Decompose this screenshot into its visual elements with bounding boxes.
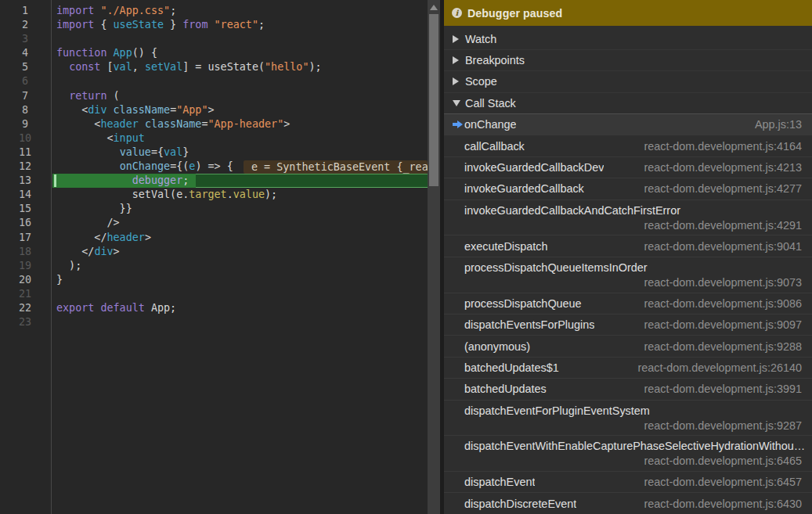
code-line-22[interactable]: export default App;	[52, 301, 428, 315]
section-label: Breakpoints	[465, 54, 525, 66]
line-number-16[interactable]: 16	[0, 216, 50, 230]
frame-function-name: processDispatchQueue	[464, 297, 582, 310]
frame-location: react-dom.development.js:4213	[644, 161, 802, 174]
chevron-collapsed-icon[interactable]	[453, 56, 460, 64]
frame-function-name: executeDispatch	[464, 240, 547, 253]
sidebar-section-scope[interactable]: Scope	[444, 70, 812, 92]
code-line-9[interactable]: <header className="App-header">	[52, 117, 428, 131]
call-stack-frame[interactable]: processDispatchQueuereact-dom.developmen…	[444, 293, 812, 315]
code-line-21[interactable]	[52, 287, 428, 301]
debugger-paused-banner: i Debugger paused	[444, 0, 812, 26]
code-line-15[interactable]: }}	[52, 202, 428, 216]
frame-location: react-dom.development.js:6465	[464, 454, 802, 469]
code-line-12[interactable]: onChange={(e) => {e = SyntheticBaseEvent…	[52, 160, 428, 174]
frame-function-name: dispatchEventWithEnableCapturePhaseSelec…	[464, 436, 809, 454]
code-line-20[interactable]: }	[52, 273, 428, 287]
call-stack-frame[interactable]: (anonymous)react-dom.development.js:9288	[444, 336, 812, 357]
call-stack-frame[interactable]: invokeGuardedCallbackDevreact-dom.develo…	[444, 157, 812, 178]
call-stack-frame[interactable]: dispatchEventForPluginEventSystemreact-d…	[444, 401, 812, 437]
line-number-10[interactable]: 10	[0, 131, 50, 146]
frame-location: react-dom.development.js:4277	[644, 182, 802, 195]
line-number-13[interactable]: 13	[0, 174, 50, 188]
line-number-12[interactable]: 12	[0, 160, 50, 174]
section-label: Call Stack	[465, 97, 516, 110]
code-line-2[interactable]: import { useState } from "react";	[52, 18, 428, 32]
line-number-11[interactable]: 11	[0, 146, 50, 160]
call-stack-frame[interactable]: onChangeApp.js:13	[444, 114, 812, 135]
line-number-21[interactable]: 21	[0, 287, 50, 301]
line-number-4[interactable]: 4	[0, 46, 50, 60]
inline-eval-value: e = SyntheticBaseEvent {_reactName: 'onC…	[244, 160, 428, 174]
code-line-10[interactable]: <input	[52, 131, 428, 146]
frame-location: react-dom.development.js:9041	[644, 240, 802, 253]
call-stack-frame[interactable]: dispatchDiscreteEventreact-dom.developme…	[444, 493, 812, 514]
line-number-2[interactable]: 2	[0, 18, 50, 32]
line-number-17[interactable]: 17	[0, 231, 50, 245]
line-number-5[interactable]: 5	[0, 60, 50, 74]
frame-location: react-dom.development.js:4291	[464, 218, 802, 233]
code-line-19[interactable]: );	[52, 259, 428, 273]
frame-function-name: processDispatchQueueItemsInOrder	[464, 257, 809, 275]
frame-function-name: callCallback	[464, 140, 525, 153]
line-number-18[interactable]: 18	[0, 245, 50, 259]
frame-function-name: invokeGuardedCallbackAndCatchFirstError	[464, 200, 809, 218]
frame-function-name: invokeGuardedCallbackDev	[464, 161, 604, 174]
call-stack-frame[interactable]: processDispatchQueueItemsInOrderreact-do…	[444, 257, 812, 293]
code-line-6[interactable]	[52, 74, 428, 88]
call-stack-frame[interactable]: executeDispatchreact-dom.development.js:…	[444, 235, 812, 257]
code-line-17[interactable]: </header>	[52, 231, 428, 245]
scrollbar-up-arrow-icon[interactable]	[430, 5, 438, 10]
code-line-1[interactable]: import "./App.css";	[52, 4, 428, 18]
code-line-11[interactable]: value={val}	[52, 146, 428, 160]
line-number-23[interactable]: 23	[0, 315, 50, 329]
line-number-6[interactable]: 6	[0, 74, 50, 88]
line-number-14[interactable]: 14	[0, 188, 50, 202]
line-number-7[interactable]: 7	[0, 89, 50, 103]
sidebar-section-watch[interactable]: Watch	[444, 28, 812, 49]
frame-location: react-dom.development.js:4164	[644, 140, 802, 153]
line-number-3[interactable]: 3	[0, 32, 50, 46]
frame-location: react-dom.development.js:9073	[464, 275, 802, 290]
sidebar-section-breakpoints[interactable]: Breakpoints	[444, 49, 812, 70]
code-line-8[interactable]: <div className="App">	[52, 103, 428, 117]
call-stack-frame[interactable]: dispatchEventWithEnableCapturePhaseSelec…	[444, 436, 812, 472]
line-number-19[interactable]: 19	[0, 259, 50, 273]
call-stack-frame[interactable]: dispatchEventsForPluginsreact-dom.develo…	[444, 315, 812, 336]
debugger-sidebar: i Debugger paused WatchBreakpointsScopeC…	[444, 0, 812, 514]
code-line-5[interactable]: const [val, setVal] = useState("hello");	[52, 60, 428, 74]
frame-function-name: (anonymous)	[464, 340, 530, 353]
line-number-gutter: 1234567891011121314151617181920212223	[0, 0, 52, 514]
code-line-4[interactable]: function App() {	[52, 46, 428, 60]
editor-scrollbar[interactable]	[428, 0, 440, 514]
frame-location: react-dom.development.js:9288	[644, 340, 802, 353]
sidebar-section-call-stack[interactable]: Call Stack	[444, 92, 812, 113]
call-stack-frame[interactable]: batchedUpdates$1react-dom.development.js…	[444, 358, 812, 379]
line-number-15[interactable]: 15	[0, 202, 50, 216]
call-stack-frame[interactable]: dispatchEventreact-dom.development.js:64…	[444, 472, 812, 493]
frame-function-name: dispatchEventsForPlugins	[464, 318, 594, 331]
call-stack-frame[interactable]: batchedUpdatesreact-dom.development.js:3…	[444, 379, 812, 400]
code-line-14[interactable]: setVal(e.target.value);	[52, 188, 428, 202]
code-line-13[interactable]: debugger;	[52, 174, 428, 188]
code-line-23[interactable]	[52, 315, 428, 329]
code-line-3[interactable]	[52, 32, 428, 46]
line-number-22[interactable]: 22	[0, 301, 50, 315]
call-stack-frame[interactable]: invokeGuardedCallbackAndCatchFirstErrorr…	[444, 200, 812, 236]
line-number-8[interactable]: 8	[0, 103, 50, 117]
call-stack-frame[interactable]: callCallbackreact-dom.development.js:416…	[444, 135, 812, 156]
code-line-16[interactable]: />	[52, 216, 428, 230]
chevron-collapsed-icon[interactable]	[453, 77, 460, 85]
chevron-expanded-icon[interactable]	[453, 100, 460, 106]
line-number-1[interactable]: 1	[0, 4, 50, 18]
section-label: Watch	[465, 33, 496, 45]
scrollbar-thumb[interactable]	[429, 14, 438, 186]
chevron-collapsed-icon[interactable]	[453, 35, 460, 43]
frame-location: App.js:13	[755, 118, 802, 131]
line-number-9[interactable]: 9	[0, 117, 50, 131]
code-line-7[interactable]: return (	[52, 89, 428, 103]
call-stack-frame[interactable]: invokeGuardedCallbackreact-dom.developme…	[444, 178, 812, 199]
code-line-18[interactable]: </div>	[52, 245, 428, 259]
frame-location: react-dom.development.js:3991	[644, 383, 802, 395]
line-number-20[interactable]: 20	[0, 273, 50, 287]
section-label: Scope	[465, 75, 497, 88]
